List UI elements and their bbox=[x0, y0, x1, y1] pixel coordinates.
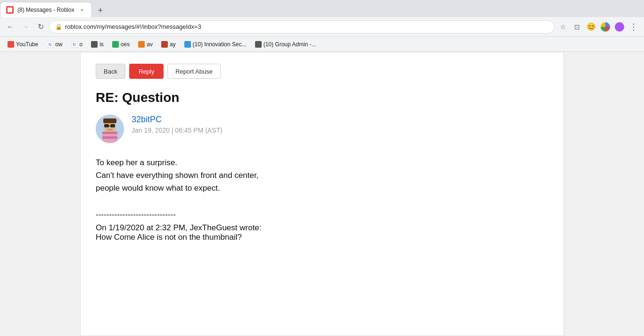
tab-favicon bbox=[6, 6, 14, 14]
message-title: RE: Question bbox=[96, 90, 548, 105]
bookmark-innovation[interactable]: (10) Innovation Sec... bbox=[181, 39, 250, 50]
body-line-1: To keep her a surprise. bbox=[96, 156, 548, 169]
tab-label: (8) Messages - Roblox bbox=[17, 7, 74, 13]
bookmark-star-button[interactable]: ☆ bbox=[556, 20, 570, 34]
emoji-extension-icon[interactable]: 😊 bbox=[585, 20, 598, 34]
body-line-2: Can't have everything shown front and ce… bbox=[96, 169, 548, 182]
bookmark-is[interactable]: is bbox=[87, 39, 107, 50]
back-button[interactable]: Back bbox=[96, 64, 125, 79]
bookmark-favicon-youtube bbox=[8, 41, 14, 48]
menu-button[interactable]: ⋮ bbox=[627, 20, 640, 34]
bookmark-o[interactable]: G o bbox=[67, 39, 87, 50]
nav-actions: ☆ ⊡ 😊 ⋮ bbox=[556, 20, 640, 34]
cast-button[interactable]: ⊡ bbox=[570, 20, 584, 34]
bookmark-ow[interactable]: G ow bbox=[43, 39, 66, 50]
page-inner: Back Reply Report Abuse RE: Question bbox=[0, 52, 644, 336]
address-bar[interactable]: 🔒 roblox.com/my/messages/#!/inbox?messag… bbox=[49, 20, 554, 34]
bookmark-label-av: av bbox=[147, 41, 153, 48]
url-text: roblox.com/my/messages/#!/inbox?messageI… bbox=[65, 23, 548, 30]
browser-frame: (8) Messages - Roblox × + ← → ↻ 🔒 roblox… bbox=[0, 0, 644, 336]
bookmarks-bar: YouTube G ow G o is oes av ay (10) Innov… bbox=[0, 37, 644, 52]
bookmark-youtube[interactable]: YouTube bbox=[4, 39, 42, 50]
svg-rect-7 bbox=[110, 124, 115, 127]
bookmark-group-admin[interactable]: (10) Group Admin -... bbox=[251, 39, 320, 50]
body-line-3: people would know what to expect. bbox=[96, 182, 548, 194]
bookmark-favicon-av bbox=[138, 41, 145, 48]
bookmark-av[interactable]: av bbox=[134, 39, 157, 50]
svg-rect-8 bbox=[109, 126, 110, 126]
svg-rect-9 bbox=[107, 129, 113, 130]
bookmark-favicon-ow: G bbox=[47, 41, 53, 48]
svg-rect-5 bbox=[103, 118, 116, 123]
nav-bar: ← → ↻ 🔒 roblox.com/my/messages/#!/inbox?… bbox=[0, 17, 644, 37]
chrome-extension-icon[interactable] bbox=[599, 20, 612, 34]
bookmark-label-is: is bbox=[99, 41, 104, 48]
bookmark-favicon-group-admin bbox=[255, 41, 262, 48]
sender-avatar bbox=[96, 115, 124, 143]
bookmark-label-innovation: (10) Innovation Sec... bbox=[193, 41, 247, 48]
bookmark-favicon-ay bbox=[161, 41, 168, 48]
avatar-svg bbox=[96, 115, 124, 143]
bookmark-oes[interactable]: oes bbox=[108, 39, 133, 50]
bookmark-ay[interactable]: ay bbox=[157, 39, 180, 50]
report-abuse-button[interactable]: Report Abuse bbox=[167, 64, 221, 79]
lock-icon: 🔒 bbox=[55, 24, 62, 30]
page-content: Back Reply Report Abuse RE: Question bbox=[0, 52, 644, 336]
sender-date: Jan 19, 2020 | 06:45 PM (AST) bbox=[132, 126, 223, 134]
svg-rect-3 bbox=[102, 136, 117, 139]
action-bar: Back Reply Report Abuse bbox=[96, 64, 548, 79]
message-quote-attribution: On 1/19/2020 at 2:32 PM, JexTheGuest wro… bbox=[96, 223, 548, 233]
new-tab-button[interactable]: + bbox=[94, 4, 107, 17]
profile-icon[interactable] bbox=[613, 20, 626, 34]
reply-button[interactable]: Reply bbox=[129, 64, 164, 79]
back-button[interactable]: ← bbox=[4, 20, 17, 34]
message-quote-text: How Come Alice is not on the thumbnail? bbox=[96, 233, 548, 242]
svg-rect-6 bbox=[104, 124, 109, 127]
bookmark-label-ay: ay bbox=[170, 41, 176, 48]
bookmark-favicon-oes bbox=[112, 41, 119, 48]
bookmark-label-oes: oes bbox=[121, 41, 130, 48]
bookmark-label-group-admin: (10) Group Admin -... bbox=[264, 41, 316, 48]
tab-close-button[interactable]: × bbox=[78, 6, 86, 14]
refresh-button[interactable]: ↻ bbox=[34, 20, 47, 34]
bookmark-favicon-innovation bbox=[184, 41, 191, 48]
forward-button[interactable]: → bbox=[19, 20, 32, 34]
bookmark-label-ow: ow bbox=[55, 41, 62, 48]
bookmark-label-o: o bbox=[80, 41, 83, 48]
sender-row: 32bitPC Jan 19, 2020 | 06:45 PM (AST) bbox=[96, 115, 548, 143]
bookmark-favicon-is bbox=[91, 41, 98, 48]
bookmark-favicon-o: G bbox=[71, 41, 78, 48]
message-body: To keep her a surprise. Can't have every… bbox=[96, 156, 548, 195]
tab-bar: (8) Messages - Roblox × + bbox=[0, 0, 644, 17]
sender-name-link[interactable]: 32bitPC bbox=[132, 115, 223, 125]
message-container: Back Reply Report Abuse RE: Question bbox=[80, 52, 564, 336]
bookmark-label-youtube: YouTube bbox=[16, 41, 38, 48]
svg-rect-2 bbox=[102, 132, 117, 134]
active-tab[interactable]: (8) Messages - Roblox × bbox=[0, 2, 92, 17]
sender-info: 32bitPC Jan 19, 2020 | 06:45 PM (AST) bbox=[132, 115, 223, 134]
message-divider: ------------------------------ bbox=[96, 210, 548, 219]
